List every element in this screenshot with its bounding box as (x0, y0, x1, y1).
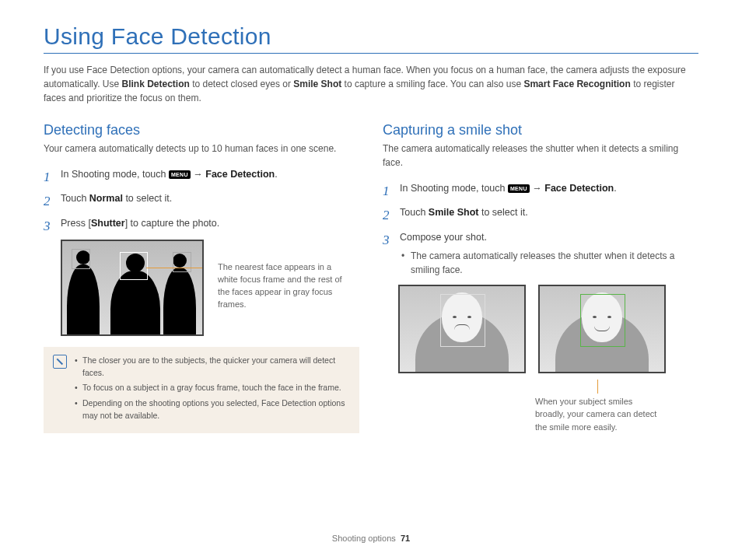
steps-list: In Shooting mode, touch MENU → Face Dete… (383, 180, 698, 277)
step-text: Touch (400, 207, 429, 218)
page-title: Using Face Detection (44, 23, 698, 50)
step-3: Compose your shot. The camera automatica… (383, 229, 698, 277)
figure-caption: When your subject smiles broadly, your c… (535, 395, 660, 434)
focus-frame-green-icon (580, 294, 625, 347)
note-item: The closer you are to the subjects, the … (75, 355, 350, 380)
focus-frame-white-icon (440, 294, 485, 347)
focus-frame-white-icon (120, 252, 148, 280)
step-2: Touch Normal to select it. (44, 191, 359, 207)
step-bold: Normal (89, 193, 123, 204)
footer-section: Shooting options (332, 534, 396, 543)
step-text: Touch (61, 193, 89, 204)
step-bold: Face Detection (205, 169, 275, 180)
arrow-icon: → (191, 169, 205, 180)
callout-line-icon (146, 268, 204, 268)
note-box: The closer you are to the subjects, the … (44, 347, 359, 433)
illustration-face-smile (538, 285, 666, 373)
step-text: Compose your shot. (400, 232, 487, 243)
note-item: Depending on the shooting options you se… (75, 397, 350, 422)
step-1: In Shooting mode, touch MENU → Face Dete… (44, 166, 359, 183)
intro-bold-blink: Blink Detection (121, 79, 189, 89)
step-text: In Shooting mode, touch (61, 169, 169, 180)
section-heading: Detecting faces (44, 122, 359, 138)
footer-page-number: 71 (401, 534, 410, 543)
illustration-face-normal (398, 285, 526, 373)
step-subitem: The camera automatically releases the sh… (400, 249, 698, 277)
step-text: to select it. (478, 207, 527, 218)
figure-detecting-faces: The nearest face appears in a white focu… (61, 240, 359, 336)
note-icon (53, 355, 67, 369)
step-text: to select it. (123, 193, 172, 204)
step-2: Touch Smile Shot to select it. (383, 205, 698, 221)
menu-icon: MENU (508, 184, 530, 193)
page-footer: Shooting options 71 (0, 534, 742, 543)
step-3: Press [Shutter] to capture the photo. (44, 215, 359, 232)
step-sublist: The camera automatically releases the sh… (400, 249, 698, 277)
title-rule (44, 53, 698, 54)
note-list: The closer you are to the subjects, the … (75, 355, 350, 425)
intro-text: to capture a smiling face. You can also … (341, 79, 523, 89)
step-text: Press [ (61, 218, 91, 229)
step-bold: Shutter (91, 218, 125, 229)
step-text: . (275, 169, 277, 180)
step-1: In Shooting mode, touch MENU → Face Dete… (383, 180, 698, 197)
column-smile-shot: Capturing a smile shot The camera automa… (383, 122, 698, 433)
arrow-icon: → (530, 183, 544, 194)
illustration-group-faces (61, 240, 204, 336)
step-bold: Smile Shot (429, 207, 479, 218)
intro-bold-smart: Smart Face Recognition (523, 79, 630, 89)
section-lead: Your camera automatically detects up to … (44, 142, 359, 156)
figure-smile-shot (398, 285, 698, 373)
step-text: In Shooting mode, touch (400, 183, 508, 194)
menu-icon: MENU (169, 170, 191, 179)
callout-wrap (398, 380, 698, 394)
focus-frame-gray-icon (173, 252, 191, 272)
section-heading: Capturing a smile shot (383, 122, 698, 138)
section-lead: The camera automatically releases the sh… (383, 142, 698, 170)
step-text: . (614, 183, 616, 194)
intro-text: to detect closed eyes or (190, 79, 293, 89)
focus-frame-gray-icon (72, 249, 90, 269)
intro-paragraph: If you use Face Detection options, your … (44, 63, 698, 105)
intro-bold-smile: Smile Shot (293, 79, 341, 89)
step-bold: Face Detection (544, 183, 614, 194)
callout-line-icon (597, 380, 598, 394)
column-detecting-faces: Detecting faces Your camera automaticall… (44, 122, 359, 433)
figure-caption: The nearest face appears in a white focu… (218, 261, 347, 311)
note-item: To focus on a subject in a gray focus fr… (75, 382, 350, 394)
step-text: ] to capture the photo. (125, 218, 220, 229)
steps-list: In Shooting mode, touch MENU → Face Dete… (44, 166, 359, 232)
